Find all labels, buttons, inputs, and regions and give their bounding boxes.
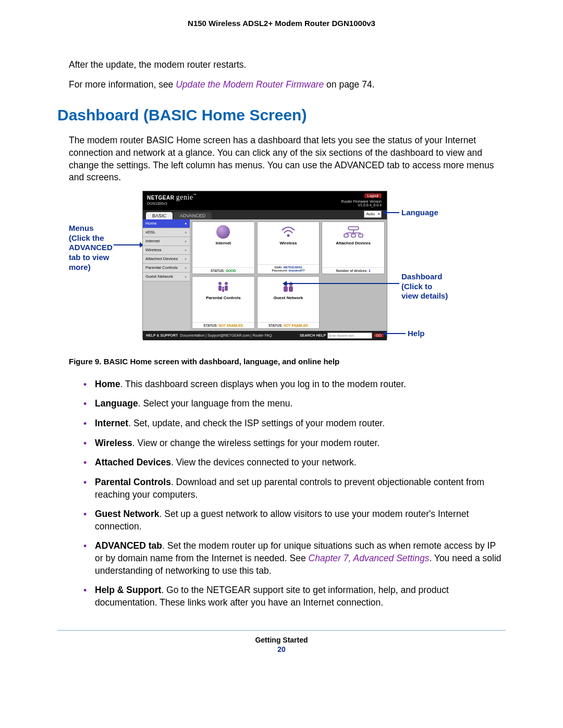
- callout-dashboard-l3: view details): [401, 291, 448, 300]
- tile-title: Internet: [216, 241, 231, 245]
- sidebar-label: xDSL: [145, 230, 156, 235]
- chevron-right-icon: ▸: [185, 230, 187, 235]
- firmware-update-link[interactable]: Update the Modem Router Firmware: [176, 79, 324, 90]
- tile-attached-devices[interactable]: Attached Devices Number of devices: 1: [322, 221, 385, 274]
- list-item: ADVANCED tab. Set the modem router up fo…: [83, 540, 506, 577]
- list-item: Help & Support. Go to the NETGEAR suppor…: [83, 584, 506, 609]
- callout-dashboard: Dashboard (Click to view details): [401, 272, 448, 301]
- sidebar-item-wireless[interactable]: Wireless▸: [143, 246, 190, 255]
- description-list: Home. This dashboard screen displays whe…: [57, 378, 506, 609]
- wifi-icon: [281, 224, 296, 240]
- svg-rect-4: [344, 234, 348, 237]
- bullet-text: . Select your language from the menu.: [138, 398, 293, 409]
- bullet-bold: Language: [95, 398, 138, 409]
- svg-rect-11: [225, 286, 228, 291]
- status-label: STATUS:: [268, 324, 283, 327]
- arrow-menus: [114, 244, 140, 245]
- bullet-bold: Attached Devices: [95, 457, 171, 467]
- callout-menus-l3: ADVANCED: [69, 243, 113, 252]
- svg-rect-15: [284, 286, 288, 292]
- callout-language: Language: [401, 208, 438, 218]
- bullet-text: . View or change the wireless settings f…: [132, 438, 380, 448]
- tm-text: ™: [193, 193, 197, 196]
- svg-rect-12: [222, 289, 224, 292]
- tile-title: Wireless: [280, 241, 297, 245]
- tile-title: Guest Network: [274, 295, 303, 300]
- section-description: The modem router BASIC Home screen has a…: [57, 134, 506, 184]
- sidebar: Home▸ xDSL▸ Internet▸ Wireless▸ Attached…: [143, 219, 190, 331]
- bullet-bold: Parental Controls: [95, 477, 171, 487]
- chevron-right-icon: ▸: [185, 266, 187, 270]
- tile-guest-network[interactable]: Guest Network STATUS: NOT ENABLED: [257, 276, 320, 329]
- callout-dashboard-l1: Dashboard: [401, 272, 442, 281]
- bullet-bold: Wireless: [95, 438, 132, 448]
- arrow-help: [387, 333, 406, 334]
- help-support-links[interactable]: Documentation | Support@NETGEAR.com | Ro…: [180, 334, 272, 337]
- svg-point-0: [287, 234, 289, 237]
- router-screenshot: NETGEAR genie™ DGN1000v3 Logout Router F…: [143, 191, 387, 338]
- footer-page-number: 20: [57, 645, 506, 653]
- sidebar-item-internet[interactable]: Internet▸: [143, 237, 190, 246]
- callout-menus-l4: tab to view: [69, 253, 109, 262]
- count-label: Number of devices:: [336, 269, 368, 273]
- svg-rect-5: [351, 234, 356, 237]
- figure-area: Menus (Click the ADVANCED tab to view mo…: [57, 191, 506, 353]
- status-label: STATUS:: [211, 269, 225, 273]
- tab-advanced[interactable]: ADVANCED: [174, 212, 212, 219]
- tile-internet[interactable]: Internet STATUS: GOOD: [192, 221, 255, 274]
- genie-text: genie: [176, 193, 193, 201]
- svg-rect-1: [348, 227, 359, 230]
- page-header-title: N150 Wireless ADSL2+ Modem Router DGN100…: [57, 19, 506, 28]
- tile-wireless[interactable]: Wireless SSID: NETGEAR51 Password: tinyw…: [257, 221, 320, 274]
- firmware-version: Router Firmware Version V1.0.0.4_0.0.4: [341, 200, 382, 207]
- intro-para-1: After the update, the modem router resta…: [57, 59, 506, 71]
- tile-parental-controls[interactable]: Parental Controls STATUS: NOT ENABLED: [192, 276, 255, 329]
- list-item: Guest Network. Set up a guest network to…: [83, 508, 506, 533]
- search-help-label: SEARCH HELP: [300, 334, 326, 337]
- chevron-right-icon: ▸: [185, 221, 187, 226]
- logout-button[interactable]: Logout: [364, 193, 382, 198]
- chevron-right-icon: ▸: [185, 239, 187, 243]
- bullet-bold: Internet: [95, 418, 128, 428]
- pwd-value: tinywind77: [288, 269, 304, 272]
- footer-section-label: Getting Started: [57, 636, 506, 644]
- fw-value: V1.0.0.4_0.0.4: [358, 203, 382, 207]
- svg-point-9: [222, 287, 224, 289]
- sidebar-item-guest-network[interactable]: Guest Network▸: [143, 273, 190, 281]
- pwd-label: Password:: [272, 269, 287, 272]
- sidebar-label: Guest Network: [145, 274, 173, 279]
- sidebar-label: Wireless: [145, 248, 162, 252]
- tile-title: Attached Devices: [336, 241, 371, 245]
- chevron-right-icon: ▸: [185, 257, 187, 261]
- sidebar-label: Parental Controls: [145, 265, 178, 270]
- list-item: Language. Select your language from the …: [83, 398, 506, 410]
- list-item: Home. This dashboard screen displays whe…: [83, 378, 506, 391]
- status-value: GOOD: [226, 269, 236, 273]
- svg-point-7: [218, 282, 222, 285]
- search-help-input[interactable]: [327, 332, 372, 339]
- section-heading: Dashboard (BASIC Home Screen): [57, 106, 506, 124]
- advanced-settings-link[interactable]: Chapter 7, Advanced Settings: [309, 553, 430, 563]
- intro-2-post: on page 74.: [324, 79, 374, 90]
- language-dropdown[interactable]: Auto: [364, 211, 382, 218]
- list-item: Internet. Set, update, and check the ISP…: [83, 417, 506, 430]
- router-icon: [343, 224, 364, 240]
- sidebar-item-attached-devices[interactable]: Attached Devices▸: [143, 255, 190, 264]
- list-item: Wireless. View or change the wireless se…: [83, 437, 506, 450]
- svg-point-8: [225, 282, 228, 285]
- svg-rect-10: [218, 286, 222, 291]
- sidebar-item-home[interactable]: Home▸: [143, 219, 190, 228]
- tile-empty: [322, 276, 385, 329]
- sidebar-item-parental-controls[interactable]: Parental Controls▸: [143, 264, 190, 273]
- sidebar-label: Attached Devices: [145, 256, 178, 261]
- sidebar-item-xdsl[interactable]: xDSL▸: [143, 228, 190, 237]
- intro-para-2: For more information, see Update the Mod…: [57, 79, 506, 91]
- callout-menus: Menus (Click the ADVANCED tab to view mo…: [69, 224, 113, 273]
- callout-dashboard-l2: (Click to: [401, 282, 432, 291]
- bullet-bold: ADVANCED tab: [95, 540, 162, 551]
- help-support-label[interactable]: HELP & SUPPORT: [146, 334, 178, 337]
- dashboard-grid: Internet STATUS: GOOD Wireless SSID: NET…: [190, 219, 387, 331]
- tab-basic[interactable]: BASIC: [146, 212, 173, 219]
- bullet-bold: Home: [95, 379, 120, 389]
- status-value: NOT ENABLED: [218, 324, 243, 327]
